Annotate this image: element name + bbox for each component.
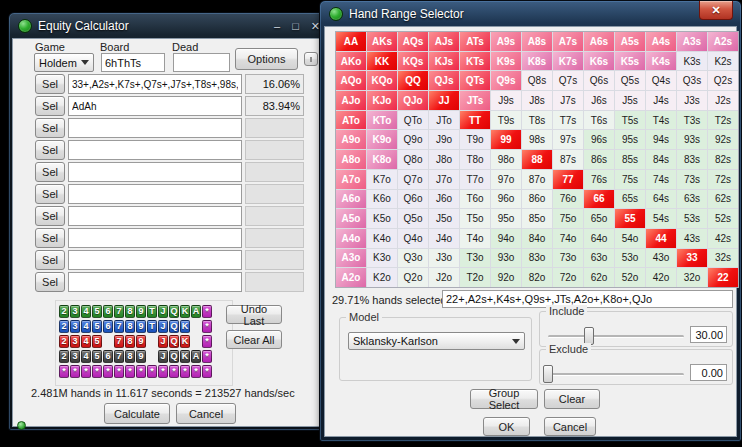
hand-cell-T6o[interactable]: T6o: [460, 190, 490, 209]
hand-cell-TT[interactable]: TT: [460, 111, 490, 130]
close-button[interactable]: ✕: [699, 1, 733, 20]
undo-last-button[interactable]: Undo Last: [226, 305, 282, 324]
hand-cell-J4o[interactable]: J4o: [429, 229, 459, 248]
hand-cell-K6o[interactable]: K6o: [367, 190, 397, 209]
exclude-value-input[interactable]: [690, 364, 727, 381]
card-K-diamonds[interactable]: K: [180, 320, 190, 333]
hand-cell-Q3s[interactable]: Q3s: [677, 71, 707, 90]
hand-cell-95o[interactable]: 95o: [491, 209, 521, 228]
hand-cell-J7o[interactable]: J7o: [429, 170, 459, 189]
card-wildcard[interactable]: *: [191, 365, 201, 378]
card-K-hearts[interactable]: K: [180, 335, 190, 348]
hand-cell-T5o[interactable]: T5o: [460, 209, 490, 228]
hand-cell-95s[interactable]: 95s: [615, 130, 645, 149]
hand-cell-82o[interactable]: 82o: [522, 268, 552, 287]
hand-cell-96s[interactable]: 96s: [584, 130, 614, 149]
range-input[interactable]: [68, 74, 242, 94]
card-2-clubs[interactable]: 2: [59, 305, 69, 318]
hand-cell-Q8o[interactable]: Q8o: [398, 150, 428, 169]
hand-cell-KJs[interactable]: KJs: [429, 52, 459, 71]
hand-cell-J3o[interactable]: J3o: [429, 249, 459, 268]
hand-cell-J6o[interactable]: J6o: [429, 190, 459, 209]
card-wildcard[interactable]: *: [202, 365, 212, 378]
include-slider[interactable]: [548, 335, 684, 338]
selected-range-input[interactable]: [442, 290, 733, 308]
hand-cell-Q8s[interactable]: Q8s: [522, 71, 552, 90]
card-7-diamonds[interactable]: 7: [114, 320, 124, 333]
card-wildcard[interactable]: *: [114, 365, 124, 378]
range-input[interactable]: [68, 162, 242, 182]
hand-cell-K4s[interactable]: K4s: [646, 52, 676, 71]
hand-cell-K2o[interactable]: K2o: [367, 268, 397, 287]
hand-cell-Q6s[interactable]: Q6s: [584, 71, 614, 90]
hand-cell-K7s[interactable]: K7s: [553, 52, 583, 71]
hand-cell-QTo[interactable]: QTo: [398, 111, 428, 130]
card-wildcard[interactable]: *: [125, 365, 135, 378]
card-6-spades[interactable]: 6: [103, 350, 113, 363]
hand-cell-KQo[interactable]: KQo: [367, 71, 397, 90]
hand-cell-93s[interactable]: 93s: [677, 130, 707, 149]
hand-cell-JTs[interactable]: JTs: [460, 91, 490, 110]
hand-cell-K9s[interactable]: K9s: [491, 52, 521, 71]
card-3-clubs[interactable]: 3: [70, 305, 80, 318]
sel-button[interactable]: Sel: [35, 96, 65, 116]
hand-cell-T3o[interactable]: T3o: [460, 249, 490, 268]
hand-cell-A8s[interactable]: A8s: [522, 32, 552, 51]
hand-cell-A4o[interactable]: A4o: [336, 229, 366, 248]
ok-button[interactable]: OK: [483, 417, 530, 436]
hand-cell-AQs[interactable]: AQs: [398, 32, 428, 51]
card-2-diamonds[interactable]: 2: [59, 320, 69, 333]
dead-input[interactable]: [173, 53, 230, 72]
hand-cell-QTs[interactable]: QTs: [460, 71, 490, 90]
card-Q-diamonds[interactable]: Q: [169, 320, 179, 333]
hand-cell-52o[interactable]: 52o: [615, 268, 645, 287]
hand-cell-T4o[interactable]: T4o: [460, 229, 490, 248]
hand-cell-83s[interactable]: 83s: [677, 150, 707, 169]
hand-cell-J2o[interactable]: J2o: [429, 268, 459, 287]
hand-cell-76s[interactable]: 76s: [584, 170, 614, 189]
hand-cell-KTs[interactable]: KTs: [460, 52, 490, 71]
hand-cell-64o[interactable]: 64o: [584, 229, 614, 248]
hand-cell-A8o[interactable]: A8o: [336, 150, 366, 169]
card-Q-clubs[interactable]: Q: [169, 305, 179, 318]
hand-cell-T8s[interactable]: T8s: [522, 111, 552, 130]
card-wildcard[interactable]: *: [147, 365, 157, 378]
sel-button[interactable]: Sel: [35, 206, 65, 226]
hand-cell-K4o[interactable]: K4o: [367, 229, 397, 248]
card-6-diamonds[interactable]: 6: [103, 320, 113, 333]
card-wildcard[interactable]: *: [202, 350, 212, 363]
hand-cell-76o[interactable]: 76o: [553, 190, 583, 209]
hand-cell-72s[interactable]: 72s: [708, 170, 738, 189]
card-wildcard[interactable]: *: [59, 365, 69, 378]
hand-cell-T5s[interactable]: T5s: [615, 111, 645, 130]
cancel-button[interactable]: Cancel: [176, 403, 236, 424]
hand-cell-Q5s[interactable]: Q5s: [615, 71, 645, 90]
maximize-button[interactable]: □: [292, 19, 299, 33]
hand-cell-42o[interactable]: 42o: [646, 268, 676, 287]
card-4-diamonds[interactable]: 4: [81, 320, 91, 333]
hand-cell-72o[interactable]: 72o: [553, 268, 583, 287]
card-wildcard[interactable]: *: [92, 365, 102, 378]
board-input[interactable]: [101, 53, 165, 72]
hand-cell-32s[interactable]: 32s: [708, 249, 738, 268]
hand-cell-A4s[interactable]: A4s: [646, 32, 676, 51]
sel-button[interactable]: Sel: [35, 228, 65, 248]
hand-cell-54o[interactable]: 54o: [615, 229, 645, 248]
hand-cell-K8s[interactable]: K8s: [522, 52, 552, 71]
hand-cell-87s[interactable]: 87s: [553, 150, 583, 169]
card-wildcard[interactable]: *: [70, 365, 80, 378]
hand-cell-J5s[interactable]: J5s: [615, 91, 645, 110]
hand-cell-T6s[interactable]: T6s: [584, 111, 614, 130]
hand-cell-44[interactable]: 44: [646, 229, 676, 248]
card-wildcard[interactable]: *: [136, 365, 146, 378]
card-4-hearts[interactable]: 4: [81, 335, 91, 348]
hand-cell-ATs[interactable]: ATs: [460, 32, 490, 51]
card-7-hearts[interactable]: 7: [114, 335, 124, 348]
hand-cell-JTo[interactable]: JTo: [429, 111, 459, 130]
group-select-button[interactable]: Group Select: [470, 389, 538, 409]
hand-cell-J4s[interactable]: J4s: [646, 91, 676, 110]
range-input[interactable]: [68, 96, 242, 116]
card-7-clubs[interactable]: 7: [114, 305, 124, 318]
hand-cell-83o[interactable]: 83o: [522, 249, 552, 268]
card-9-diamonds[interactable]: 9: [136, 320, 146, 333]
